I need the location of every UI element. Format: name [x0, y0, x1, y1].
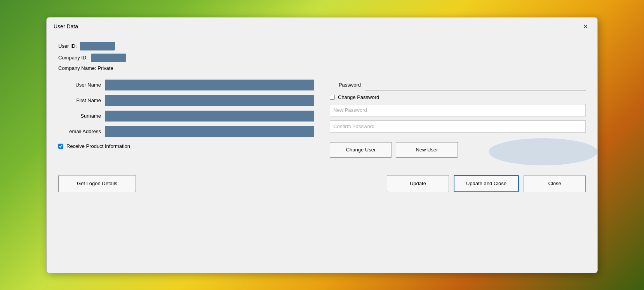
- dialog-title: User Data: [54, 23, 78, 30]
- change-user-button[interactable]: Change User: [330, 142, 392, 158]
- username-input[interactable]: [105, 80, 314, 90]
- password-input[interactable]: [365, 80, 586, 90]
- confirm-password-input[interactable]: [330, 120, 586, 133]
- company-name-value: Private: [97, 65, 113, 71]
- change-password-row: Change Password: [330, 94, 586, 100]
- firstname-label: First Name: [58, 97, 101, 103]
- get-logon-details-button[interactable]: Get Logon Details: [58, 175, 136, 192]
- receive-info-checkbox[interactable]: [58, 144, 63, 149]
- confirm-password-row: [330, 120, 586, 133]
- company-name-label: Company Name:: [58, 65, 96, 71]
- surname-input[interactable]: [105, 111, 314, 122]
- receive-info-row: Receive Product Information: [58, 143, 314, 149]
- company-name-row: Company Name: Private: [58, 65, 586, 71]
- new-user-highlight: [489, 138, 597, 165]
- username-label: User Name: [58, 82, 101, 88]
- main-grid: User Name First Name Surname email Addre…: [58, 80, 586, 158]
- username-row: User Name: [58, 80, 314, 90]
- firstname-input[interactable]: [105, 95, 314, 106]
- top-section: User ID: Company ID: Company Name: Priva…: [58, 42, 586, 73]
- divider: [58, 164, 586, 164]
- bottom-right-buttons: Update Update and Close Close: [387, 175, 586, 192]
- password-row: Password: [330, 80, 586, 90]
- email-row: email Address: [58, 126, 314, 137]
- dialog-overlay: User Data ✕ User ID: Company ID: Company…: [0, 0, 644, 290]
- user-data-dialog: User Data ✕ User ID: Company ID: Company…: [46, 17, 598, 273]
- update-and-close-button[interactable]: Update and Close: [454, 175, 519, 192]
- company-id-label: Company ID:: [58, 55, 88, 61]
- update-button[interactable]: Update: [387, 175, 449, 192]
- close-icon[interactable]: ✕: [581, 22, 590, 31]
- new-user-button[interactable]: New User: [396, 142, 458, 158]
- surname-label: Surname: [58, 113, 101, 119]
- bottom-buttons-row: Get Logon Details Update Update and Clos…: [58, 175, 586, 192]
- surname-row: Surname: [58, 111, 314, 122]
- new-password-row: [330, 104, 586, 116]
- change-password-label: Change Password: [338, 94, 379, 100]
- company-id-row: Company ID:: [58, 54, 586, 62]
- dialog-body: User ID: Company ID: Company Name: Priva…: [47, 35, 597, 201]
- user-id-label: User ID:: [58, 43, 77, 49]
- password-label: Password: [330, 82, 361, 88]
- email-label: email Address: [58, 129, 101, 134]
- user-id-row: User ID:: [58, 42, 586, 50]
- user-id-value: [80, 42, 115, 50]
- email-input[interactable]: [105, 126, 314, 137]
- firstname-row: First Name: [58, 95, 314, 106]
- receive-info-label: Receive Product Information: [66, 143, 130, 149]
- dialog-titlebar: User Data ✕: [47, 17, 597, 35]
- change-password-checkbox[interactable]: [330, 95, 335, 100]
- left-column: User Name First Name Surname email Addre…: [58, 80, 314, 158]
- company-id-value: [91, 54, 126, 62]
- user-action-buttons: Change User New User: [330, 142, 586, 158]
- close-button[interactable]: Close: [524, 175, 586, 192]
- new-password-input[interactable]: [330, 104, 586, 116]
- right-column: Password Change Password: [330, 80, 586, 158]
